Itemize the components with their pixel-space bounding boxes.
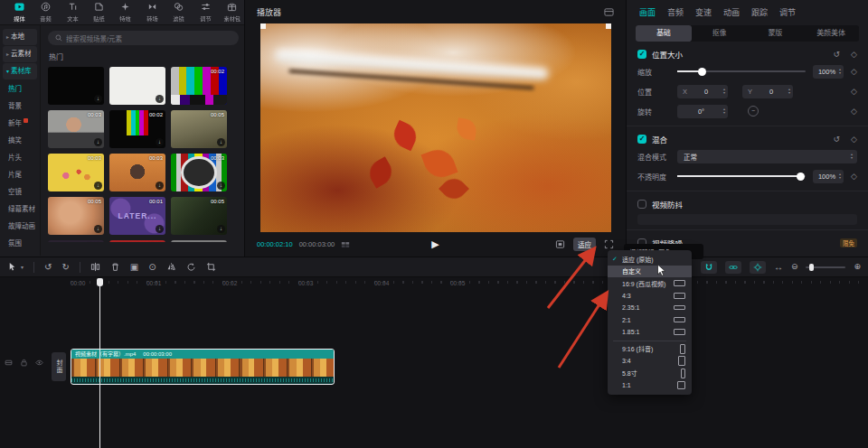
- subtab-cutout[interactable]: 抠像: [692, 25, 748, 42]
- keyframe-icon[interactable]: ◇: [851, 50, 857, 59]
- position-x-field[interactable]: X0▴▾: [677, 85, 728, 98]
- subtab-mask[interactable]: 蒙版: [748, 25, 804, 42]
- media-thumbnail[interactable]: ↓: [109, 67, 165, 105]
- rail-item-funny[interactable]: 搞笑: [0, 132, 40, 149]
- preview-axis-toggle[interactable]: [750, 261, 766, 274]
- nav-material-pack[interactable]: 素材包: [221, 2, 244, 23]
- menu-item-custom[interactable]: 自定义: [608, 266, 692, 278]
- main-track-icon[interactable]: [5, 359, 13, 367]
- crop-icon[interactable]: [206, 262, 216, 272]
- keyframe-icon[interactable]: ◇: [851, 135, 857, 144]
- media-thumbnail[interactable]: A FEW00:02↓: [109, 240, 165, 242]
- media-thumbnail[interactable]: ↓: [48, 67, 104, 105]
- position-y-field[interactable]: Y0▴▾: [742, 85, 793, 98]
- position-section-checkbox[interactable]: ✓: [637, 50, 646, 59]
- tab-speed[interactable]: 变速: [695, 6, 712, 18]
- link-toggle[interactable]: [725, 261, 741, 274]
- menu-item-2-1[interactable]: 2:1: [608, 314, 692, 327]
- rail-item-intro[interactable]: 片头: [0, 149, 40, 166]
- scale-value[interactable]: 100%▴▾: [813, 65, 844, 79]
- media-thumbnail[interactable]: 00:05↓: [171, 110, 227, 148]
- undo-icon[interactable]: ↺: [44, 262, 52, 272]
- download-icon[interactable]: ↓: [217, 95, 225, 103]
- playhead-handle[interactable]: [97, 278, 103, 286]
- nav-sticker[interactable]: 贴纸: [87, 2, 110, 23]
- nav-audio[interactable]: 音频: [33, 2, 57, 23]
- nav-adjust[interactable]: 调节: [193, 2, 217, 23]
- rail-item-ambience[interactable]: 氛围: [0, 235, 40, 252]
- rail-item-glitch[interactable]: 故障动画: [0, 218, 40, 235]
- media-thumbnail[interactable]: 00:03↓: [171, 154, 227, 191]
- zoom-in-icon[interactable]: ⊕: [854, 262, 861, 272]
- transform-handle[interactable]: [606, 23, 611, 29]
- opacity-value[interactable]: 100%▴▾: [813, 170, 844, 183]
- media-thumbnail[interactable]: ?00:05↓: [48, 240, 104, 242]
- rotate-field[interactable]: 0°▴▾: [677, 105, 728, 118]
- rail-item-background[interactable]: 背景: [0, 98, 40, 115]
- media-thumbnail[interactable]: 00:05↓: [171, 197, 227, 235]
- stepper-icon[interactable]: ▴▾: [723, 107, 725, 115]
- rotate-dial-icon[interactable]: −: [748, 106, 759, 117]
- download-icon[interactable]: ↓: [156, 182, 164, 190]
- menu-item-fit-original[interactable]: ✓适应 (原始): [608, 253, 692, 266]
- subtab-basic[interactable]: 基础: [636, 25, 692, 42]
- redo-icon[interactable]: ↻: [61, 262, 69, 272]
- split-icon[interactable]: [90, 262, 100, 272]
- download-icon[interactable]: ↓: [94, 225, 102, 233]
- stepper-icon[interactable]: ▴▾: [788, 88, 790, 95]
- fullscreen-icon[interactable]: [604, 239, 614, 249]
- nav-media[interactable]: 媒体: [7, 2, 31, 23]
- freeze-frame-icon[interactable]: ▣: [130, 262, 138, 272]
- lock-icon[interactable]: [20, 359, 28, 367]
- timeline-ruler[interactable]: 00:00 00:01 00:02 00:03 00:04 00:05: [0, 277, 868, 290]
- reset-icon[interactable]: ↺: [834, 135, 841, 144]
- keyframe-icon[interactable]: ◇: [851, 107, 857, 116]
- fit-screen-icon[interactable]: [555, 239, 565, 249]
- download-icon[interactable]: ↓: [217, 138, 225, 146]
- subtab-beauty[interactable]: 美颜美体: [803, 25, 859, 42]
- stepper-icon[interactable]: ▴▾: [839, 173, 841, 180]
- rail-item-hot[interactable]: 热门: [0, 80, 40, 98]
- preview-video[interactable]: [260, 23, 611, 232]
- rail-item-local[interactable]: ▸本地: [3, 29, 37, 45]
- download-icon[interactable]: ↓: [94, 182, 102, 190]
- menu-item-5-8-inch[interactable]: 5.8寸: [608, 368, 692, 380]
- media-thumbnail[interactable]: 00:03↓: [109, 154, 165, 191]
- download-icon[interactable]: ↓: [156, 95, 164, 103]
- nav-transition[interactable]: 转场: [140, 2, 164, 23]
- media-thumbnail[interactable]: 00:05↓: [48, 197, 104, 235]
- media-thumbnail[interactable]: 00:03↓: [48, 110, 104, 148]
- quality-icon[interactable]: [341, 240, 350, 249]
- tab-tracking[interactable]: 跟踪: [751, 6, 768, 18]
- download-icon[interactable]: ↓: [217, 182, 225, 190]
- download-icon[interactable]: ↓: [156, 225, 164, 233]
- stepper-icon[interactable]: ▴▾: [839, 68, 841, 75]
- media-thumbnail[interactable]: 00:02↓: [109, 110, 165, 148]
- tab-audio[interactable]: 音频: [667, 6, 684, 18]
- menu-item-1-1[interactable]: 1:1: [608, 379, 692, 392]
- menu-item-2-35-1[interactable]: 2.35:1: [608, 302, 692, 314]
- reset-icon[interactable]: ↺: [834, 50, 841, 59]
- menu-item-4-3[interactable]: 4:3: [608, 290, 692, 303]
- delete-icon[interactable]: [110, 262, 120, 272]
- menu-item-3-4[interactable]: 3:4: [608, 355, 692, 368]
- nav-effects[interactable]: 特效: [114, 2, 137, 23]
- keyframe-icon[interactable]: ◇: [851, 172, 857, 181]
- menu-item-1-85-1[interactable]: 1.85:1: [608, 326, 692, 339]
- media-thumbnail[interactable]: 00:03↓: [48, 154, 104, 191]
- download-icon[interactable]: ↓: [94, 138, 102, 146]
- nav-filter[interactable]: 滤镜: [167, 2, 191, 23]
- select-cursor-icon[interactable]: [7, 262, 17, 272]
- download-icon[interactable]: ↓: [217, 225, 225, 233]
- media-thumbnail[interactable]: 00:05↓: [171, 240, 227, 242]
- reverse-icon[interactable]: ⊙: [148, 262, 156, 272]
- timeline-zoom-slider[interactable]: [806, 266, 845, 268]
- nav-text[interactable]: 文本: [61, 2, 84, 23]
- zoom-out-icon[interactable]: ⊖: [791, 262, 798, 272]
- play-button[interactable]: ▶: [431, 238, 439, 250]
- video-clip[interactable]: 视频素材（有字幕）.mp4 00:00:03:00: [71, 349, 335, 385]
- rail-item-newyear[interactable]: 新年: [0, 115, 40, 132]
- snap-toggle[interactable]: [701, 261, 717, 274]
- scale-slider[interactable]: [677, 70, 806, 72]
- rail-item-outro[interactable]: 片尾: [0, 166, 40, 183]
